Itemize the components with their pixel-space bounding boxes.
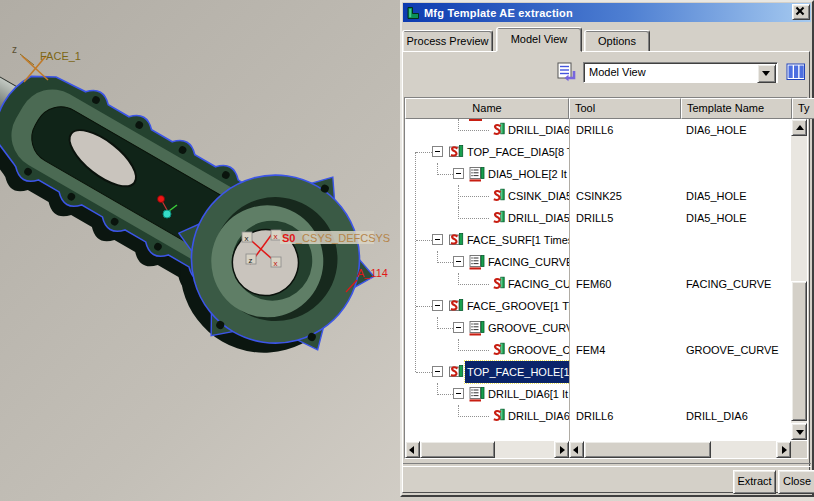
expand-toggle[interactable]	[453, 256, 464, 267]
operations-table: NameToolTemplate NameTy DRILL_DIA6_ TOP_…	[404, 97, 808, 459]
svg-text:x: x	[245, 234, 249, 243]
tree-connector	[437, 163, 453, 175]
tree-row[interactable]: GROOVE_CU	[405, 339, 569, 361]
mfg-app-icon	[406, 6, 420, 20]
csys-label: _CSYS_DEFCSYS	[295, 232, 390, 244]
tree-node-label[interactable]: DRILL_DIA5_	[506, 207, 569, 229]
table-row-details[interactable]: DRILL6DRILL_DIA6	[570, 405, 791, 427]
extract-button[interactable]: Extract	[733, 470, 776, 494]
template-name-cell: DIA5_HOLE	[686, 207, 747, 229]
column-header-template-name[interactable]: Template Name	[681, 98, 792, 119]
scroll-left-button[interactable]	[569, 441, 584, 458]
tool-cell: FEM60	[576, 273, 611, 295]
tree-node-label[interactable]: FACE_SURF[1 Times	[465, 229, 569, 251]
tree-node-label[interactable]: FACING_CU	[506, 273, 569, 295]
table-row-details[interactable]	[570, 317, 791, 339]
tree-connector	[416, 295, 432, 307]
expand-toggle[interactable]	[453, 322, 464, 333]
tree-row[interactable]: DIA5_HOLE[2 It	[405, 163, 569, 185]
scroll-down-button[interactable]	[791, 423, 807, 440]
scroll-right-button[interactable]	[554, 441, 569, 458]
view-selector[interactable]: Model View	[583, 62, 778, 83]
cad-viewport[interactable]: z FACE_1 x z x x S0 _CSYS_DEFCSYS	[0, 0, 403, 501]
tree-node-label[interactable]: TOP_FACE_HOLE[1	[465, 361, 569, 383]
table-row-details[interactable]: FEM4GROOVE_CURVE	[570, 339, 791, 361]
tree-hscroll-thumb[interactable]	[420, 441, 495, 458]
tree-row[interactable]: DRILL_DIA6_	[405, 119, 569, 141]
tree-row[interactable]: FACE_SURF[1 Times	[405, 229, 569, 251]
table-row-details[interactable]: FEM60FACING_CURVE	[570, 273, 791, 295]
screen: z FACE_1 x z x x S0 _CSYS_DEFCSYS	[0, 0, 814, 501]
expand-toggle[interactable]	[432, 146, 443, 157]
expand-toggle[interactable]	[453, 168, 464, 179]
tree-row[interactable]: TOP_FACE_HOLE[1	[405, 361, 569, 383]
dialog-titlebar[interactable]: Mfg Template AE extraction	[403, 3, 811, 22]
tree-node-label[interactable]: DIA5_HOLE[2 It	[486, 163, 569, 185]
tree-node-label[interactable]: DRILL_DIA6_	[506, 119, 569, 141]
column-header-ty[interactable]: Ty	[792, 98, 814, 119]
tree-row[interactable]: GROOVE_CURV	[405, 317, 569, 339]
tab-process-preview[interactable]: Process Preview	[402, 30, 493, 52]
tree-row[interactable]: CSINK_DIA5	[405, 185, 569, 207]
tab-model-view[interactable]: Model View	[496, 27, 582, 52]
detail-horizontal-scrollbar[interactable]	[569, 441, 791, 458]
expand-toggle[interactable]	[453, 388, 464, 399]
tree-row[interactable]: DRILL_DIA5_	[405, 207, 569, 229]
tree-node-label[interactable]: GROOVE_CURV	[486, 317, 569, 339]
expand-toggle[interactable]	[432, 366, 443, 377]
table-row-details[interactable]	[570, 361, 791, 383]
template-name-cell: DIA5_HOLE	[686, 185, 747, 207]
tree-node-label[interactable]: GROOVE_CU	[506, 339, 569, 361]
close-icon[interactable]	[792, 4, 810, 20]
dialog-title: Mfg Template AE extraction	[424, 7, 573, 19]
tree-node-label[interactable]: TOP_FACE_DIA5[8 T	[465, 141, 569, 163]
vertical-scrollbar[interactable]	[791, 119, 807, 440]
column-header-tool[interactable]: Tool	[569, 98, 681, 119]
table-row-details[interactable]: CSINK25DIA5_HOLE	[570, 185, 791, 207]
table-row-details[interactable]	[570, 141, 791, 163]
detail-hscroll-thumb[interactable]	[584, 441, 711, 458]
template-name-cell: GROOVE_CURVE	[686, 339, 779, 361]
operation-icon	[490, 408, 506, 424]
operation-icon	[490, 342, 506, 358]
tree-row[interactable]: FACING_CURVE	[405, 251, 569, 273]
table-row-details[interactable]: DRILL5DIA5_HOLE	[570, 207, 791, 229]
expand-toggle[interactable]	[432, 234, 443, 245]
tree-node-label[interactable]: FACING_CURVE	[486, 251, 569, 273]
table-row-details[interactable]	[570, 251, 791, 273]
close-button[interactable]: Close	[778, 470, 814, 494]
scroll-up-button[interactable]	[791, 119, 807, 136]
table-row-details[interactable]	[570, 295, 791, 317]
tree-row[interactable]: DRILL_DIA6[1 It	[405, 383, 569, 405]
tree-connector	[458, 273, 489, 285]
tree-pane: DRILL_DIA6_ TOP_FACE_DIA5[8 T DIA5_HOLE[…	[405, 119, 569, 441]
tree-row[interactable]: FACING_CU	[405, 273, 569, 295]
table-row-details[interactable]	[570, 229, 791, 251]
table-row-details[interactable]: DRILL6DIA6_HOLE	[570, 119, 791, 141]
tree-node-label[interactable]: DRILL_DIA6_	[506, 405, 569, 427]
expand-toggle[interactable]	[432, 300, 443, 311]
column-header-name[interactable]: Name	[405, 98, 569, 119]
tree-connector	[458, 185, 489, 197]
tree-node-label[interactable]: FACE_GROOVE[1 Ti	[465, 295, 569, 317]
tab-options[interactable]: Options	[584, 30, 650, 52]
tree-row[interactable]: FACE_GROOVE[1 Ti	[405, 295, 569, 317]
view-mode-icon[interactable]	[556, 61, 578, 83]
vertical-scroll-thumb[interactable]	[791, 281, 807, 421]
tree-node-label[interactable]: DRILL_DIA6[1 It	[486, 383, 569, 405]
face-label: FACE_1	[40, 50, 81, 62]
tree-row[interactable]: TOP_FACE_DIA5[8 T	[405, 141, 569, 163]
columns-icon[interactable]	[786, 62, 806, 82]
operation-icon	[490, 122, 506, 138]
scroll-left-button[interactable]	[405, 441, 420, 458]
tree-node-label[interactable]: CSINK_DIA5	[506, 185, 569, 207]
template-name-cell: FACING_CURVE	[686, 273, 771, 295]
svg-text:x: x	[274, 259, 278, 268]
chevron-down-icon[interactable]	[757, 64, 776, 83]
tree-row[interactable]: DRILL_DIA6_	[405, 405, 569, 427]
table-row-details[interactable]	[570, 383, 791, 405]
table-row-details[interactable]	[570, 163, 791, 185]
tree-horizontal-scrollbar[interactable]	[405, 441, 569, 458]
scroll-right-button[interactable]	[776, 441, 791, 458]
tool-cell: DRILL6	[576, 119, 613, 141]
